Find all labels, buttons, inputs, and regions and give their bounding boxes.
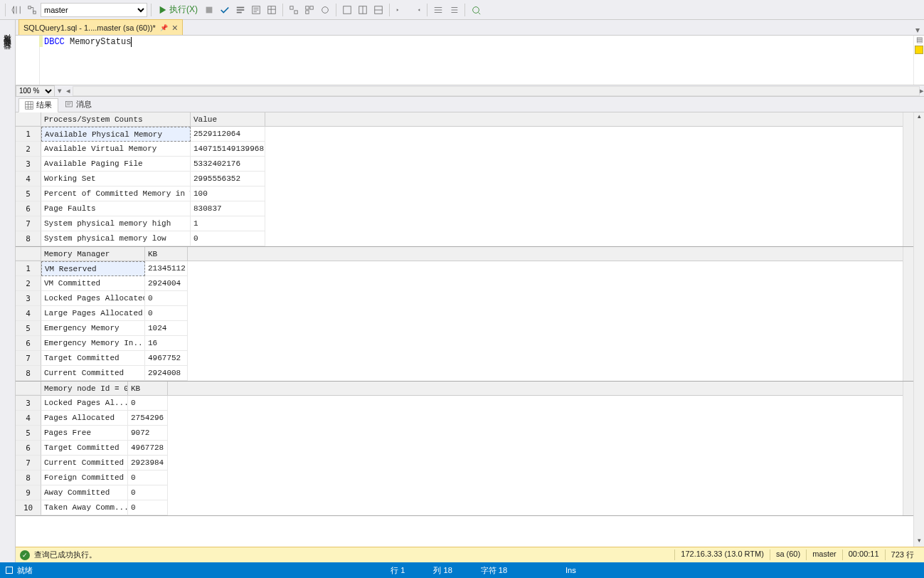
table-cell[interactable]: 830837 [191,201,265,216]
table-cell[interactable]: 2754296 [128,411,168,426]
table-cell[interactable]: Working Set [41,172,191,186]
table-cell[interactable]: 21345112 [145,261,188,276]
row-number[interactable]: 5 [16,321,41,336]
table-cell[interactable]: Emergency Memory In... [41,336,145,351]
code-editor[interactable]: DBCC MemoryStatus ▤ [16,36,924,85]
row-number[interactable]: 2 [16,276,41,291]
intellisense-icon[interactable] [469,3,483,17]
table-cell[interactable]: 140715149139968 [191,142,265,157]
table-cell[interactable]: 0 [128,471,168,485]
row-number[interactable]: 7 [16,456,41,471]
results-grid-icon[interactable] [265,3,279,17]
table-cell[interactable]: 4967752 [145,351,188,366]
table-row[interactable]: 4Working Set2995556352 [16,172,903,186]
table-cell[interactable]: Percent of Committed Memory in WS [41,186,191,201]
table-cell[interactable]: Available Physical Memory [41,127,191,142]
table-row[interactable]: 8Current Committed2924008 [16,366,903,381]
table-cell[interactable]: 5332402176 [191,157,265,172]
indent-icon[interactable] [393,3,408,17]
scroll-left-icon[interactable]: ◂ [66,86,70,95]
table-cell[interactable]: Taken Away Comm... [41,500,128,515]
table-cell[interactable]: VM Reserved [41,261,145,276]
tab-results[interactable]: 结果 [18,98,58,112]
table-cell[interactable]: Current Committed [41,456,128,471]
table-cell[interactable]: 0 [128,500,168,515]
outer-vertical-scrollbar[interactable]: ▴ ▾ [913,112,924,547]
row-number[interactable]: 1 [16,127,41,142]
column-header[interactable]: Memory node Id = 0 [41,382,128,395]
comment-icon[interactable] [431,3,445,17]
row-number[interactable]: 4 [16,306,41,321]
table-cell[interactable]: Locked Pages Al... [41,396,128,411]
toggle-2-icon[interactable] [302,3,317,17]
row-number[interactable]: 6 [16,441,41,456]
history-back-icon[interactable] [9,3,23,17]
options-1-icon[interactable] [340,3,354,17]
column-header[interactable]: KB [145,247,188,261]
table-cell[interactable]: 0 [128,485,168,500]
horizontal-scrollbar[interactable] [73,86,920,96]
parse-icon[interactable] [218,3,232,17]
table-row[interactable]: 6Page Faults830837 [16,201,903,216]
table-cell[interactable]: Pages Free [41,426,128,441]
table-row[interactable]: 7Current Committed2923984 [16,456,903,471]
table-row[interactable]: 1VM Reserved21345112 [16,261,903,276]
table-cell[interactable]: Large Pages Allocated [41,306,145,321]
table-cell[interactable]: System physical memory high [41,216,191,231]
table-cell[interactable]: 1 [191,216,265,231]
table-row[interactable]: 8System physical memory low0 [16,231,903,246]
tabs-dropdown-icon[interactable]: ▾ [915,25,924,35]
table-cell[interactable]: Away Committed [41,485,128,500]
row-number[interactable]: 10 [16,500,41,515]
table-cell[interactable]: 0 [145,291,188,306]
grid-vertical-scrollbar[interactable] [903,112,913,246]
row-number[interactable]: 4 [16,172,41,186]
table-cell[interactable]: 2923984 [128,456,168,471]
tab-messages[interactable]: 消息 [58,98,98,112]
table-row[interactable]: 3Locked Pages Al...0 [16,396,903,411]
row-number[interactable]: 8 [16,366,41,381]
row-number[interactable]: 6 [16,201,41,216]
column-header[interactable]: Value [191,112,265,126]
table-cell[interactable]: 0 [145,306,188,321]
table-row[interactable]: 6Target Committed4967728 [16,441,903,456]
scroll-up-icon[interactable]: ▴ [914,112,924,122]
row-number[interactable]: 6 [16,336,41,351]
row-number[interactable]: 9 [16,485,41,500]
object-explorer-tab[interactable]: 对象资源管理器 [0,20,16,562]
row-header-corner[interactable] [16,382,41,395]
table-cell[interactable]: Available Paging File [41,157,191,172]
table-row[interactable]: 4Large Pages Allocated0 [16,306,903,321]
zoom-select[interactable]: 100 % [16,85,55,97]
grid-vertical-scrollbar[interactable] [903,382,913,515]
table-row[interactable]: 4Pages Allocated2754296 [16,411,903,426]
split-handle-icon[interactable]: ▤ [916,36,923,43]
table-cell[interactable]: 1024 [145,321,188,336]
table-cell[interactable]: Target Committed [41,351,145,366]
database-selector[interactable]: master [41,3,147,17]
table-cell[interactable]: Target Committed [41,441,128,456]
table-cell[interactable]: 16 [145,336,188,351]
options-2-icon[interactable] [356,3,370,17]
diagram-icon[interactable] [25,3,39,17]
row-number[interactable]: 3 [16,396,41,411]
table-row[interactable]: 3Available Paging File5332402176 [16,157,903,172]
row-number[interactable]: 5 [16,426,41,441]
table-cell[interactable]: 4967728 [128,441,168,456]
grid-vertical-scrollbar[interactable] [903,247,913,381]
row-header-corner[interactable] [16,112,41,126]
row-number[interactable]: 8 [16,231,41,246]
table-row[interactable]: 5Pages Free9072 [16,426,903,441]
table-row[interactable]: 1Available Physical Memory2529112064 [16,127,903,142]
table-row[interactable]: 3Locked Pages Allocated0 [16,291,903,306]
row-number[interactable]: 7 [16,351,41,366]
stop-button[interactable] [202,3,216,17]
table-cell[interactable]: 0 [191,231,265,246]
options-3-icon[interactable] [371,3,386,17]
query-tab[interactable]: SQLQuery1.sql - 1....master (sa (60))* 📌… [18,19,183,35]
outdent-icon[interactable] [409,3,423,17]
row-number[interactable]: 3 [16,291,41,306]
results-text-icon[interactable] [249,3,263,17]
column-header[interactable]: Memory Manager [41,247,145,261]
table-cell[interactable]: System physical memory low [41,231,191,246]
